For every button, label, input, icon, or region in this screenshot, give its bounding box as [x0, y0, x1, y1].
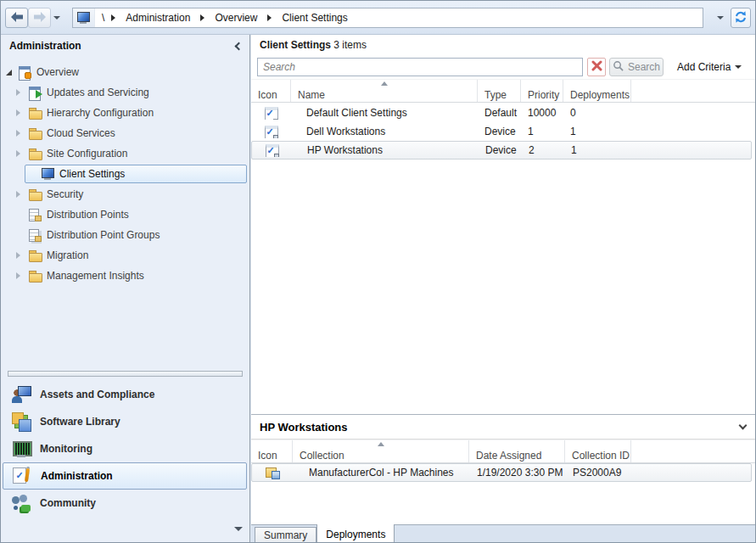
breadcrumb-item-administration[interactable]: Administration [119, 12, 197, 24]
navigation-history-dropdown-icon[interactable] [53, 16, 60, 20]
tree-item[interactable]: Distribution Point Groups [1, 225, 249, 245]
items-count: 3 items [333, 39, 367, 51]
tree-item[interactable]: Distribution Points [1, 204, 249, 225]
tree-expander-icon[interactable] [16, 130, 28, 137]
breadcrumb-separator-icon [200, 14, 204, 21]
detail-column-header-icon[interactable]: Icon [251, 440, 293, 462]
page-title: Client Settings 3 items [260, 39, 367, 51]
search-button[interactable]: Search [609, 58, 664, 76]
workspace-button[interactable]: Community [1, 490, 249, 517]
tree-expander-icon[interactable] [16, 109, 28, 116]
navigation-sidebar: Administration Overview Updates and Serv… [1, 35, 250, 543]
tree-expander-icon[interactable] [16, 89, 28, 96]
row-type: Device [479, 144, 522, 156]
tab-summary[interactable]: Summary [255, 527, 316, 543]
workspace-button[interactable]: Assets and Compliance [1, 381, 249, 408]
sidebar-title: Administration [9, 40, 81, 52]
workspace-button[interactable]: Software Library [1, 408, 249, 435]
add-criteria-button[interactable]: Add Criteria [677, 61, 742, 73]
client-settings-item-icon [265, 107, 278, 120]
detail-column-headers: Icon Collection Date Assigned Collection… [251, 439, 756, 463]
detail-title: HP Workstations [260, 421, 348, 434]
workspace-button[interactable]: Administration [3, 462, 247, 490]
workspace-buttons: Assets and Compliance Software Library M… [1, 381, 249, 517]
tree-item-icon [28, 106, 42, 120]
column-header-filler [631, 80, 756, 102]
client-settings-list: Default Client Settings Default 10000 0 … [251, 104, 756, 160]
tree-expander-icon[interactable] [16, 150, 28, 157]
detail-column-header-collection[interactable]: Collection [293, 440, 469, 462]
breadcrumb-item-overview[interactable]: Overview [208, 12, 264, 24]
tree-item-icon [28, 86, 42, 99]
detail-tab-bar: Summary Deployments [251, 524, 756, 543]
back-button[interactable] [5, 8, 28, 28]
client-settings-row[interactable]: HP Workstations Device 2 1 [251, 141, 752, 160]
detail-column-header-date-assigned[interactable]: Date Assigned [469, 440, 565, 462]
search-input[interactable] [257, 58, 583, 76]
row-type: Device [478, 126, 521, 137]
tree-item[interactable]: Client Settings [25, 165, 247, 183]
client-settings-row[interactable]: Dell Workstations Device 1 1 [251, 122, 756, 141]
list-column-headers: Icon Name Type Priority Deployments [251, 79, 756, 103]
tree-item[interactable]: Site Configuration [1, 143, 249, 164]
column-header-deployments[interactable]: Deployments [563, 80, 631, 102]
column-header-icon[interactable]: Icon [251, 80, 291, 102]
column-header-priority[interactable]: Priority [521, 80, 563, 102]
computer-icon [77, 12, 90, 24]
back-arrow-icon [10, 11, 24, 25]
tree-item-label: Distribution Point Groups [47, 229, 160, 241]
workspace-splitter-handle[interactable] [8, 371, 243, 377]
row-type: Default [478, 107, 521, 119]
tree-expander-icon[interactable] [16, 191, 28, 198]
tree-item-label: Site Configuration [47, 148, 127, 160]
column-header-name[interactable]: Name [291, 80, 478, 102]
configure-workspace-buttons-icon[interactable] [234, 527, 243, 531]
collapse-sidebar-icon[interactable] [235, 42, 244, 51]
configuration-manager-window: \ Administration Overview Client Setting… [0, 0, 756, 543]
refresh-button[interactable] [731, 8, 751, 28]
deployment-collection: ManufacturerCol - HP Machines [294, 467, 470, 479]
tree-item-icon [28, 147, 42, 160]
breadcrumb-root[interactable]: \ [95, 12, 108, 24]
tree-item-label: Hierarchy Configuration [47, 107, 154, 119]
breadcrumb-site-button[interactable] [73, 8, 95, 27]
detail-pane: HP Workstations Icon Collection Date Ass… [251, 414, 756, 482]
tree-item[interactable]: Management Insights [1, 266, 249, 286]
forward-button[interactable] [28, 8, 51, 28]
navigation-tree: Overview Updates and Servicing Hierarchy… [1, 62, 249, 286]
workspace-button[interactable]: Monitoring [1, 435, 249, 462]
tree-item-icon [28, 249, 42, 262]
collapse-detail-pane-icon[interactable] [739, 422, 748, 430]
workspace-label: Assets and Compliance [40, 389, 154, 400]
workspace-label: Monitoring [40, 443, 92, 455]
sort-ascending-icon [381, 81, 388, 86]
tree-expander-icon[interactable] [6, 70, 18, 76]
breadcrumb-item-client-settings[interactable]: Client Settings [275, 12, 354, 24]
tree-expander-icon[interactable] [16, 272, 28, 279]
client-settings-row[interactable]: Default Client Settings Default 10000 0 [251, 104, 756, 122]
tree-item[interactable]: Cloud Services [1, 123, 249, 143]
workspace-label: Community [40, 497, 96, 509]
top-toolbar: \ Administration Overview Client Setting… [1, 1, 755, 35]
deployment-collection-id: PS2000A9 [566, 467, 632, 479]
tree-item[interactable]: Security [1, 184, 249, 204]
tree-item-label: Overview [36, 66, 79, 78]
address-dropdown-button[interactable] [712, 9, 729, 26]
detail-column-header-collection-id[interactable]: Collection ID [565, 440, 631, 462]
page-title-name: Client Settings [260, 39, 331, 51]
deployment-row[interactable]: ManufacturerCol - HP Machines 1/19/2020 … [251, 463, 752, 482]
clear-search-button[interactable] [587, 58, 606, 76]
column-header-type[interactable]: Type [478, 80, 521, 102]
tree-expander-icon[interactable] [16, 252, 28, 259]
tree-item[interactable]: Hierarchy Configuration [1, 103, 249, 123]
tab-deployments[interactable]: Deployments [316, 524, 395, 543]
tree-item-label: Updates and Servicing [47, 87, 149, 98]
tree-item-icon [28, 208, 42, 221]
tree-item[interactable]: Migration [1, 245, 249, 266]
tree-item[interactable]: Overview [1, 62, 249, 82]
workspace-label: Administration [41, 470, 113, 482]
row-deployments: 1 [564, 144, 632, 156]
tree-item[interactable]: Updates and Servicing [1, 82, 249, 103]
detail-column-header-collection-label: Collection [300, 450, 344, 462]
client-settings-item-icon [265, 126, 278, 138]
